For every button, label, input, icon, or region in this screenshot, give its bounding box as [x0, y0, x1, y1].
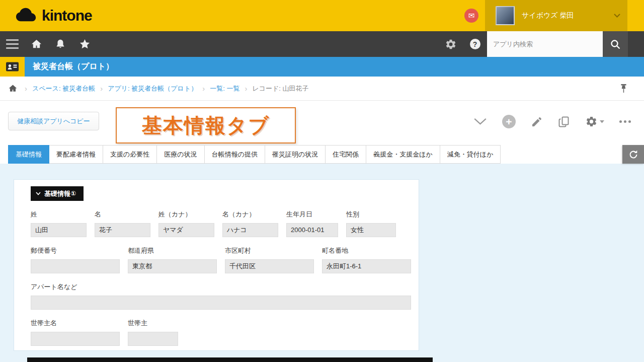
collapse-toolbar-button[interactable]: [473, 118, 487, 125]
field-value: [31, 332, 120, 346]
field-label: 市区町村: [225, 246, 314, 255]
record-settings-button[interactable]: [585, 115, 604, 128]
breadcrumb-separator: ›: [100, 84, 103, 93]
chevron-down-icon: [36, 192, 41, 195]
cloud-logo-icon: [15, 7, 37, 25]
breadcrumb-record-current: レコード: 山田花子: [252, 84, 308, 93]
breadcrumb-separator: ›: [202, 84, 205, 93]
field-value: ヤマダ: [158, 223, 214, 237]
star-icon: [79, 38, 91, 50]
tab-donations[interactable]: 義援金・支援金ほか: [366, 145, 440, 164]
global-nav: ?: [0, 31, 644, 57]
caret-down-icon: [600, 120, 604, 123]
field-label: アパート名など: [31, 282, 411, 292]
breadcrumb-space-link[interactable]: スペース: 被災者台帳: [32, 84, 95, 93]
favorites-button[interactable]: [72, 31, 97, 57]
field-label: 名（カナ）: [222, 210, 278, 219]
basic-info-panel: 基礎情報① 姓 山田 名 花子 姓（カナ） ヤマダ 名（カナ） ハナコ 生年月日…: [14, 179, 419, 351]
breadcrumb-separator: ›: [25, 84, 27, 93]
field-household-head-name: 世帯主名: [31, 319, 120, 346]
breadcrumb: › スペース: 被災者台帳 › アプリ: 被災者台帳（プロト） › 一覧: 一覧…: [0, 77, 644, 101]
field-label: 姓: [31, 210, 87, 219]
field-label: 都道府県: [128, 246, 217, 255]
field-label: 世帯主: [128, 319, 178, 328]
field-label: 名: [95, 210, 150, 219]
question-icon: ?: [470, 39, 480, 49]
app-title: 被災者台帳（プロト）: [33, 61, 114, 72]
field-value: 千代田区: [225, 259, 314, 273]
home-button[interactable]: [24, 31, 48, 57]
field-value: [128, 332, 178, 346]
app-icon[interactable]: [0, 57, 25, 77]
hamburger-menu-button[interactable]: [0, 31, 24, 57]
field-value: [31, 259, 120, 273]
field-value: 山田: [31, 223, 87, 237]
breadcrumb-home-button[interactable]: [8, 84, 18, 93]
more-options-button[interactable]: [619, 120, 631, 123]
settings-button[interactable]: [439, 31, 463, 57]
home-icon: [8, 84, 18, 93]
user-menu[interactable]: サイボウズ 柴田: [485, 0, 627, 31]
field-value: 東京都: [128, 259, 217, 273]
search-input[interactable]: [487, 31, 603, 57]
tab-exemptions[interactable]: 減免・貸付ほか: [440, 145, 501, 164]
tab-basic-info[interactable]: 基礎情報: [8, 145, 49, 164]
pencil-icon: [531, 116, 543, 128]
help-button[interactable]: ?: [463, 31, 487, 57]
notifications-button[interactable]: [48, 31, 72, 57]
edit-record-button[interactable]: [531, 116, 543, 128]
tab-special-care[interactable]: 要配慮者情報: [49, 145, 103, 164]
duplicate-record-button[interactable]: [558, 116, 570, 128]
brand-name: kintone: [42, 7, 92, 24]
global-header: kintone ✉ サイボウズ 柴田: [0, 0, 644, 31]
group-title: 基礎情報①: [44, 189, 76, 198]
group-header-next[interactable]: [27, 357, 433, 362]
kintone-logo[interactable]: kintone: [15, 7, 92, 25]
side-refresh-button[interactable]: [622, 145, 644, 164]
pin-button[interactable]: [619, 84, 628, 95]
breadcrumb-app-link[interactable]: アプリ: 被災者台帳（プロト）: [108, 84, 197, 93]
field-value: 花子: [95, 223, 150, 237]
field-label: 世帯主名: [31, 319, 120, 328]
user-name: サイボウズ 柴田: [522, 11, 614, 20]
field-first-name: 名 花子: [95, 210, 150, 237]
field-street: 町名番地 永田町1-6-1: [322, 246, 411, 273]
tab-housing[interactable]: 住宅関係: [326, 145, 366, 164]
field-household-head: 世帯主: [128, 319, 178, 346]
add-record-button[interactable]: +: [502, 115, 516, 128]
notification-mail-badge[interactable]: ✉: [464, 9, 478, 23]
tab-medical-status[interactable]: 医療の状況: [157, 145, 204, 164]
annotation-text: 基本情報タブ: [142, 112, 270, 139]
field-first-name-kana: 名（カナ） ハナコ: [222, 210, 278, 237]
envelope-icon: ✉: [468, 11, 475, 20]
field-gender: 性別 女性: [346, 210, 396, 237]
breadcrumb-view-link[interactable]: 一覧: 一覧: [210, 84, 239, 93]
search-button[interactable]: [603, 31, 628, 57]
copy-icon: [558, 116, 570, 128]
copy-to-health-app-button[interactable]: 健康相談アプリへコピー: [8, 112, 99, 130]
plus-icon: +: [502, 115, 516, 128]
gear-icon: [445, 38, 457, 50]
home-icon: [31, 38, 42, 50]
record-tabs: 基礎情報 要配慮者情報 支援の必要性 医療の状況 台帳情報の提供 罹災証明の状況…: [0, 145, 644, 164]
record-content: 基礎情報① 姓 山田 名 花子 姓（カナ） ヤマダ 名（カナ） ハナコ 生年月日…: [0, 164, 644, 362]
field-label: 姓（カナ）: [158, 210, 214, 219]
field-value: 女性: [346, 223, 396, 237]
refresh-icon: [628, 149, 639, 160]
tab-support-need[interactable]: 支援の必要性: [103, 145, 157, 164]
annotation-callout: 基本情報タブ: [116, 107, 296, 143]
tab-ledger-provision[interactable]: 台帳情報の提供: [205, 145, 265, 164]
field-apartment: アパート名など: [31, 282, 411, 310]
next-group-panel: [27, 357, 433, 362]
app-search: [487, 31, 628, 57]
field-label: 生年月日: [286, 210, 338, 219]
field-label: 郵便番号: [31, 246, 120, 255]
tab-disaster-certificate[interactable]: 罹災証明の状況: [265, 145, 326, 164]
form-row: アパート名など: [31, 282, 411, 310]
hamburger-icon: [6, 39, 19, 49]
user-avatar: [496, 6, 515, 25]
field-prefecture: 都道府県 東京都: [128, 246, 217, 273]
group-header-basic-info-1[interactable]: 基礎情報①: [31, 186, 84, 201]
field-city: 市区町村 千代田区: [225, 246, 314, 273]
form-row: 姓 山田 名 花子 姓（カナ） ヤマダ 名（カナ） ハナコ 生年月日 2000-…: [31, 210, 411, 237]
